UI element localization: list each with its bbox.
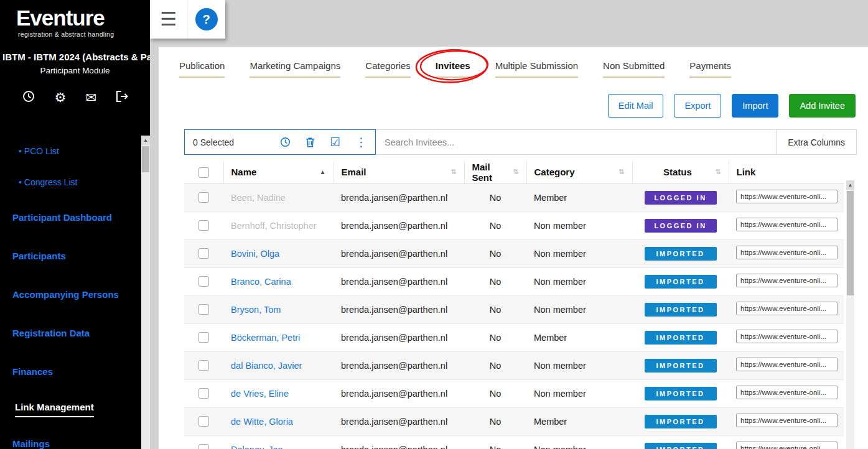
- search-invitees-input[interactable]: [376, 130, 776, 154]
- sidebar-item-finances[interactable]: Finances: [0, 352, 141, 391]
- invitee-name-link[interactable]: Branco, Carina: [231, 277, 291, 287]
- scroll-up-icon[interactable]: ▲: [846, 180, 854, 190]
- invitee-name-link[interactable]: Been, Nadine: [231, 193, 286, 203]
- row-checkbox-cell: [184, 379, 223, 407]
- invitee-link-field[interactable]: https://www.eventure-onli...: [736, 274, 838, 287]
- invitee-name-link[interactable]: de Witte, Gloria: [231, 417, 293, 427]
- hamburger-icon: ☰: [161, 10, 177, 29]
- invitee-mail-sent: No: [464, 323, 526, 351]
- invitee-link-field[interactable]: https://www.eventure-onli...: [736, 218, 838, 231]
- sidebar-item-participant-dashboard[interactable]: Participant Dashboard: [0, 198, 141, 236]
- add-invitee-button[interactable]: Add Invitee: [789, 94, 856, 118]
- tab-invitees[interactable]: Invitees: [436, 60, 470, 78]
- sidebar-item-registration-data[interactable]: Registration Data: [0, 313, 141, 352]
- row-checkbox[interactable]: [198, 444, 209, 449]
- invitee-link-field[interactable]: https://www.eventure-onli...: [736, 414, 838, 427]
- row-checkbox[interactable]: [198, 248, 209, 259]
- row-checkbox-cell: [184, 239, 223, 267]
- tab-non-submitted[interactable]: Non Submitted: [603, 60, 665, 78]
- mail-icon[interactable]: ✉: [86, 91, 97, 104]
- tab-categories[interactable]: Categories: [365, 60, 411, 78]
- export-button[interactable]: Export: [674, 94, 721, 118]
- invitee-mail-sent: No: [464, 435, 526, 449]
- invitee-link-field[interactable]: https://www.eventure-onli...: [736, 246, 838, 259]
- column-header-category[interactable]: Category⇅: [526, 161, 632, 183]
- row-checkbox[interactable]: [198, 220, 209, 231]
- tab-marketing-campaigns[interactable]: Marketing Campaigns: [250, 60, 340, 78]
- table-row: Branco, Carina brenda.jansen@parthen.nl …: [184, 267, 844, 295]
- invitee-link-field[interactable]: https://www.eventure-onli...: [736, 302, 838, 315]
- select-all-icon[interactable]: ☑: [330, 136, 340, 148]
- help-button[interactable]: ?: [187, 0, 225, 39]
- status-badge: IMPORTED: [645, 303, 717, 317]
- hamburger-menu-button[interactable]: ☰: [150, 0, 187, 39]
- table-scrollbar[interactable]: ▲: [846, 180, 854, 449]
- more-options-icon[interactable]: ⋮: [355, 136, 367, 148]
- row-checkbox[interactable]: [198, 416, 209, 427]
- gear-icon[interactable]: ⚙: [55, 91, 67, 104]
- status-badge: IMPORTED: [645, 443, 717, 449]
- select-all-checkbox[interactable]: [198, 167, 209, 178]
- row-checkbox[interactable]: [198, 276, 209, 287]
- brand-logo: Eventure registration & abstract handlin…: [0, 0, 150, 38]
- invitee-mail-sent: No: [464, 295, 526, 323]
- row-checkbox-cell: [184, 183, 223, 211]
- scroll-up-icon[interactable]: ▲: [141, 136, 150, 145]
- import-button[interactable]: Import: [732, 94, 778, 118]
- invitee-link-field[interactable]: https://www.eventure-onli...: [736, 358, 838, 371]
- row-checkbox[interactable]: [198, 388, 209, 399]
- sidebar-scrollbar-thumb[interactable]: [142, 146, 149, 172]
- sidebar-item-congress-list[interactable]: • Congress List: [0, 167, 141, 198]
- invitee-name-link[interactable]: Delaney, Jan: [231, 445, 283, 449]
- column-header-status[interactable]: Status⇅: [632, 161, 729, 183]
- row-status-cell: IMPORTED: [632, 295, 729, 323]
- table-row: Bernhoff, Christopher brenda.jansen@part…: [184, 211, 844, 239]
- sidebar-scrollbar[interactable]: ▲: [141, 136, 150, 449]
- status-badge: IMPORTED: [645, 275, 717, 289]
- invitee-category: Member: [526, 183, 632, 211]
- sort-icon: ⇅: [715, 168, 721, 176]
- invitee-name-link[interactable]: Bovini, Olga: [231, 249, 279, 259]
- invitee-name-link[interactable]: Bryson, Tom: [231, 305, 281, 315]
- column-header-email[interactable]: Email⇅: [334, 161, 464, 183]
- table-header-row: Name▲ Email⇅ Mail Sent⇅ Category⇅ Status…: [184, 161, 844, 183]
- sidebar-item-link-management[interactable]: Link Management: [0, 391, 141, 428]
- invitee-name-link[interactable]: de Vries, Eline: [231, 389, 289, 399]
- invitee-name-link[interactable]: dal Bianco, Javier: [231, 361, 302, 371]
- invitee-mail-sent: No: [464, 407, 526, 435]
- status-badge: LOGGED IN: [645, 219, 717, 233]
- row-link-cell: https://www.eventure-onli...: [729, 407, 844, 435]
- column-header-mail-sent[interactable]: Mail Sent⇅: [464, 161, 526, 183]
- sidebar-item-pco-list[interactable]: • PCO List: [0, 136, 141, 167]
- history-icon[interactable]: [280, 137, 291, 147]
- extra-columns-button[interactable]: Extra Columns: [776, 130, 856, 154]
- invitee-link-field[interactable]: https://www.eventure-onli...: [736, 190, 838, 203]
- history-clock-icon[interactable]: [22, 90, 35, 104]
- invitee-email: brenda.jansen@parthen.nl: [334, 435, 464, 449]
- logout-icon[interactable]: [116, 91, 129, 104]
- status-badge: IMPORTED: [645, 415, 717, 428]
- delete-icon[interactable]: [306, 137, 315, 147]
- row-status-cell: IMPORTED: [632, 323, 729, 351]
- tab-payments[interactable]: Payments: [689, 60, 731, 78]
- row-checkbox[interactable]: [198, 304, 209, 315]
- invitee-name-link[interactable]: Bernhoff, Christopher: [231, 221, 317, 231]
- invitee-name-link[interactable]: Böckerman, Petri: [231, 333, 300, 343]
- sidebar-item-accompanying-persons[interactable]: Accompanying Persons: [0, 275, 141, 313]
- row-checkbox[interactable]: [198, 332, 209, 343]
- edit-mail-button[interactable]: Edit Mail: [608, 94, 664, 118]
- tab-multiple-submission[interactable]: Multiple Submission: [495, 60, 578, 78]
- row-checkbox[interactable]: [198, 360, 209, 371]
- invitee-link-field[interactable]: https://www.eventure-onli...: [736, 330, 838, 343]
- tab-publication[interactable]: Publication: [179, 60, 225, 78]
- invitee-link-field[interactable]: https://www.eventure-onli...: [736, 386, 838, 399]
- sidebar-item-mailings[interactable]: Mailings: [0, 428, 141, 449]
- invitee-link-field[interactable]: https://www.eventure-onli...: [736, 442, 838, 449]
- sort-ascending-icon: ▲: [320, 169, 326, 175]
- table-scrollbar-thumb[interactable]: [847, 191, 854, 295]
- column-header-link[interactable]: Link: [729, 161, 844, 183]
- sidebar-item-participants[interactable]: Participants: [0, 236, 141, 275]
- column-header-name[interactable]: Name▲: [223, 161, 334, 183]
- table-row: de Witte, Gloria brenda.jansen@parthen.n…: [184, 407, 844, 435]
- row-checkbox[interactable]: [198, 192, 209, 203]
